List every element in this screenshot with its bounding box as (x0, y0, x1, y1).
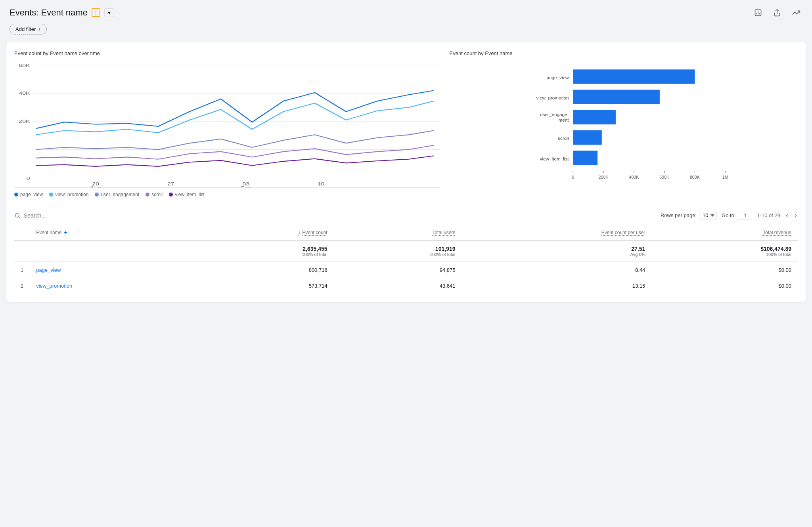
search-input[interactable] (24, 212, 103, 219)
totals-num (14, 241, 30, 262)
add-column-button[interactable]: + (64, 229, 67, 236)
row-2-per-user: 13.15 (462, 278, 651, 294)
svg-text:0: 0 (572, 175, 574, 179)
totals-event-count: 2,635,455 100% of total (193, 241, 334, 262)
title-dropdown-button[interactable]: ▾ (104, 8, 114, 17)
svg-text:10: 10 (318, 181, 325, 186)
table-row: 2 view_promotion 573,714 43,641 13.15 $0… (14, 278, 798, 294)
chart-legend: page_view view_promotion user_engagement… (14, 192, 440, 197)
row-2-event-link[interactable]: view_promotion (36, 283, 72, 289)
line-chart-svg: 60K 40K 20K 0 20 Aug 27 03 Sep 10 (14, 61, 440, 187)
bar-chart-title: Event count by Event name (450, 50, 798, 56)
row-1-per-user: 8.44 (462, 262, 651, 278)
line-chart-container: 60K 40K 20K 0 20 Aug 27 03 Sep 10 (14, 61, 440, 188)
svg-text:0: 0 (27, 176, 30, 181)
col-header-total-revenue: Total revenue (651, 225, 798, 241)
search-box (14, 212, 103, 219)
svg-text:800K: 800K (690, 175, 700, 179)
svg-text:27: 27 (167, 181, 174, 186)
page-header: Events: Event name ! ▾ (0, 0, 812, 38)
report-icon-button[interactable] (752, 6, 764, 19)
row-2-revenue: $0.00 (651, 278, 798, 294)
title-row: Events: Event name ! ▾ (10, 6, 802, 19)
legend-user-engagement: user_engagement (95, 192, 139, 197)
totals-row: 2,635,455 100% of total 101,919 100% of … (14, 241, 798, 262)
legend-scroll: scroll (146, 192, 163, 197)
goto-box: Go to: (722, 211, 752, 220)
bar-chart-section: Event count by Event name 0 200K (450, 50, 798, 197)
svg-rect-37 (573, 130, 602, 145)
col-header-total-users: Total users (334, 225, 462, 241)
row-2-total-users: 43,641 (334, 278, 462, 294)
legend-dot-scroll (146, 193, 149, 197)
trending-icon-button[interactable] (790, 6, 802, 19)
svg-line-42 (19, 217, 20, 218)
svg-text:ment: ment (558, 117, 569, 122)
svg-text:scroll: scroll (558, 136, 569, 141)
legend-label-user-engagement: user_engagement (101, 192, 139, 197)
row-2-num: 2 (14, 278, 30, 294)
legend-page-view: page_view (14, 192, 43, 197)
bar-chart-container: 0 200K 400K 600K 800K 1M page_view view_… (450, 61, 798, 188)
svg-point-41 (15, 213, 19, 217)
legend-view-promotion: view_promotion (49, 192, 88, 197)
svg-text:60K: 60K (19, 63, 30, 68)
charts-row: Event count by Event name over time 60K … (14, 50, 798, 197)
row-2-event-count: 573,714 (193, 278, 334, 294)
rows-per-page-select[interactable]: 10 25 50 (699, 211, 717, 220)
legend-dot-view-item-list (169, 193, 173, 197)
next-page-button[interactable]: › (794, 210, 798, 220)
totals-revenue: $106,474.89 100% of total (651, 241, 798, 262)
add-filter-button[interactable]: Add filter + (10, 24, 47, 34)
col-header-event-name: Event name + (30, 225, 193, 241)
totals-total-users: 101,919 100% of total (334, 241, 462, 262)
pagination-controls: Rows per page: 10 25 50 Go to: 1-10 of 2… (661, 210, 798, 220)
row-2-event-name: view_promotion (30, 278, 193, 294)
table-controls: Rows per page: 10 25 50 Go to: 1-10 of 2… (14, 207, 798, 225)
legend-dot-view-promotion (49, 193, 53, 197)
svg-text:1M: 1M (722, 175, 728, 179)
svg-text:Aug: Aug (90, 186, 101, 187)
goto-input[interactable] (738, 211, 752, 220)
search-icon (14, 212, 21, 219)
rows-per-page: Rows per page: 10 25 50 (661, 211, 717, 220)
totals-per-user: 27.51 Avg 0% (462, 241, 651, 262)
legend-label-scroll: scroll (151, 192, 163, 197)
col-header-event-count: ↓ Event count (193, 225, 334, 241)
svg-rect-30 (573, 69, 695, 84)
page-info: 1-10 of 29 (757, 212, 780, 218)
header-actions (752, 6, 802, 19)
prev-page-button[interactable]: ‹ (785, 210, 789, 220)
line-chart-title: Event count by Event name over time (14, 50, 440, 56)
legend-label-page-view: page_view (20, 192, 43, 197)
table-header-row: Event name + ↓ Event count Total users E… (14, 225, 798, 241)
row-1-total-users: 94,875 (334, 262, 462, 278)
legend-view-item-list: view_item_list (169, 192, 205, 197)
row-1-event-name: page_view (30, 262, 193, 278)
svg-text:40K: 40K (19, 91, 30, 96)
svg-text:page_view: page_view (546, 75, 569, 80)
row-1-revenue: $0.00 (651, 262, 798, 278)
bar-chart-svg: 0 200K 400K 600K 800K 1M page_view view_… (450, 61, 798, 188)
share-icon-button[interactable] (771, 6, 783, 19)
svg-text:view_promotion: view_promotion (536, 95, 569, 100)
row-1-event-count: 800,718 (193, 262, 334, 278)
row-1-num: 1 (14, 262, 30, 278)
warning-icon: ! (92, 8, 100, 17)
legend-label-view-item-list: view_item_list (175, 192, 205, 197)
svg-text:400K: 400K (629, 175, 639, 179)
main-card: Event count by Event name over time 60K … (6, 42, 806, 302)
legend-label-view-promotion: view_promotion (55, 192, 88, 197)
col-header-event-per-user: Event count per user (462, 225, 651, 241)
legend-dot-page-view (14, 193, 18, 197)
totals-event-name (30, 241, 193, 262)
page-title: Events: Event name ! ▾ (10, 8, 114, 18)
svg-text:20K: 20K (19, 119, 30, 124)
data-table: Event name + ↓ Event count Total users E… (14, 225, 798, 294)
svg-text:200K: 200K (598, 175, 608, 179)
legend-dot-user-engagement (95, 193, 99, 197)
svg-rect-39 (573, 151, 598, 165)
row-1-event-link[interactable]: page_view (36, 267, 61, 273)
svg-rect-34 (573, 110, 616, 124)
line-chart-section: Event count by Event name over time 60K … (14, 50, 440, 197)
